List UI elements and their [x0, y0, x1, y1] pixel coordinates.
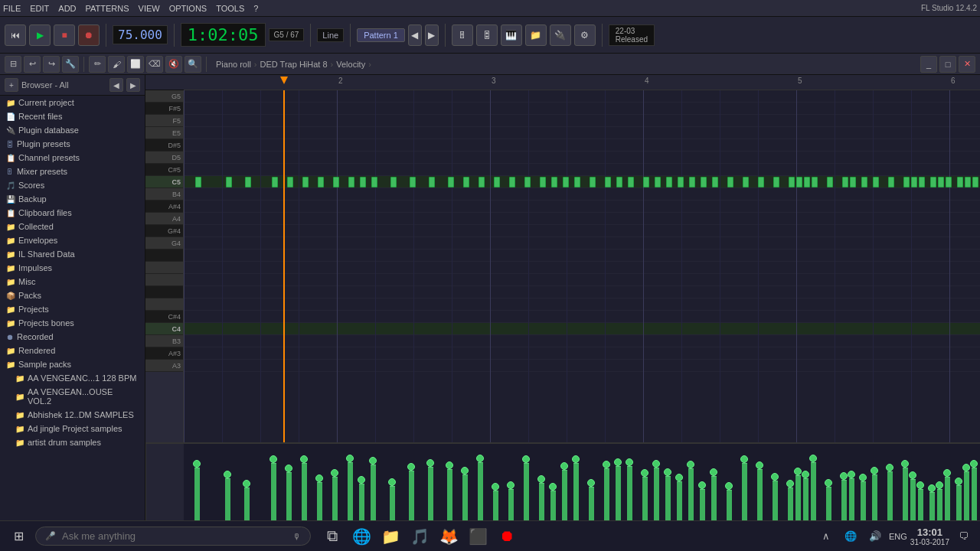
note-26[interactable]	[616, 177, 622, 187]
plugin-picker-icon[interactable]: 🔌	[550, 24, 571, 46]
note-9[interactable]	[360, 177, 366, 187]
explorer-icon[interactable]: 📁	[377, 523, 404, 550]
note-47[interactable]	[873, 177, 879, 187]
piano-key-Gs4[interactable]: G#4	[145, 225, 183, 237]
note-16[interactable]	[479, 177, 485, 187]
sidebar-item-backup[interactable]: 💾Backup	[0, 192, 145, 206]
note-34[interactable]	[712, 177, 718, 187]
chrome-icon[interactable]: 🌐	[348, 523, 375, 550]
piano-key-F4[interactable]	[145, 262, 183, 274]
sidebar-item-recent-files[interactable]: 📄Recent files	[0, 109, 145, 123]
settings-icon[interactable]: ⚙	[574, 24, 596, 46]
note-20[interactable]	[540, 177, 546, 187]
note-29[interactable]	[655, 177, 661, 187]
note-8[interactable]	[348, 177, 354, 187]
channel-rack-icon[interactable]: 🎛	[476, 24, 498, 46]
sidebar-item-packs[interactable]: 📦Packs	[0, 289, 145, 302]
browser-icon[interactable]: 📁	[525, 24, 547, 46]
note-13[interactable]	[429, 177, 435, 187]
note-3[interactable]	[272, 177, 278, 187]
erase-btn[interactable]: ⌫	[146, 56, 163, 73]
note-28[interactable]	[643, 177, 649, 187]
sidebar-item-mixer-presets[interactable]: 🎚Mixer presets	[0, 165, 145, 178]
pattern-next[interactable]: ▶	[425, 24, 439, 46]
note-54[interactable]	[946, 177, 952, 187]
piano-key-G4[interactable]: G4	[145, 237, 183, 249]
piano-key-Ds5[interactable]: D#5	[145, 139, 183, 152]
redo-btn[interactable]: ↪	[43, 56, 60, 73]
note-43[interactable]	[827, 177, 833, 187]
menu-file[interactable]: FILE	[3, 4, 21, 13]
piano-key-As3[interactable]: A#3	[145, 347, 183, 360]
note-19[interactable]	[524, 177, 531, 187]
prev-btn[interactable]: ⏮	[5, 24, 26, 46]
sidebar-item-clipboard-files[interactable]: 📋Clipboard files	[0, 206, 145, 220]
breadcrumb-part3[interactable]: Velocity	[336, 60, 365, 69]
note-57[interactable]	[972, 177, 978, 187]
note-4[interactable]	[287, 177, 293, 187]
note-50[interactable]	[911, 177, 917, 187]
note-18[interactable]	[509, 177, 515, 187]
note-40[interactable]	[796, 177, 802, 187]
note-48[interactable]	[888, 177, 894, 187]
sidebar-item-scores[interactable]: 🎵Scores	[0, 178, 145, 192]
sidebar-item-envelopes[interactable]: 📁Envelopes	[0, 233, 145, 247]
piano-key-E4[interactable]	[145, 274, 183, 286]
maximize-btn[interactable]: □	[939, 56, 956, 73]
sidebar-item-plugin-database[interactable]: 🔌Plugin database	[0, 123, 145, 137]
network-icon[interactable]: 🌐	[840, 526, 861, 547]
piano-key-D5[interactable]: D5	[145, 152, 183, 164]
note-6[interactable]	[318, 177, 324, 187]
stop-btn[interactable]: ■	[54, 24, 75, 46]
note-41[interactable]	[804, 177, 810, 187]
note-7[interactable]	[333, 177, 339, 187]
piano-key-Fs4[interactable]	[145, 249, 183, 262]
sidebar-item-projects-bones[interactable]: 📁Projects bones	[0, 316, 145, 330]
note-30[interactable]	[666, 177, 672, 187]
snap-btn[interactable]: 🔧	[62, 56, 79, 73]
sidebar-item-plugin-presets[interactable]: 🎛Plugin presets	[0, 137, 145, 151]
clock[interactable]: 13:01 31-03-2017	[910, 527, 949, 546]
menu-patterns[interactable]: PATTERNS	[86, 4, 129, 13]
sidebar-item-misc[interactable]: 📁Misc	[0, 275, 145, 289]
piano-roll-icon[interactable]: 🎹	[501, 24, 522, 46]
piano-key-Cs5[interactable]: C#5	[145, 164, 183, 176]
mixer-icon[interactable]: 🎚	[452, 24, 473, 46]
note-32[interactable]	[689, 177, 695, 187]
menu-tools[interactable]: TOOLS	[216, 4, 244, 13]
menu-view[interactable]: VIEW	[139, 4, 160, 13]
sidebar-item-il-shared-data[interactable]: 📁IL Shared Data	[0, 247, 145, 261]
sidebar-item-recorded[interactable]: ⏺Recorded	[0, 330, 145, 344]
sidebar-item-rendered[interactable]: 📁Rendered	[0, 344, 145, 357]
search-input[interactable]	[62, 530, 286, 542]
piano-key-B4[interactable]: B4	[145, 188, 183, 201]
note-37[interactable]	[758, 177, 764, 187]
detach-btn[interactable]: ⊟	[5, 56, 21, 73]
menu-edit[interactable]: EDIT	[30, 4, 49, 13]
draw-btn[interactable]: ✏	[89, 56, 106, 73]
start-button[interactable]: ⊞	[6, 524, 31, 549]
sidebar-item-artist-drum[interactable]: 📁artist drum samples	[0, 435, 145, 449]
piano-key-B3[interactable]: B3	[145, 335, 183, 347]
note-14[interactable]	[448, 177, 454, 187]
sidebar-item-aa-vengeance1[interactable]: 📁AA VENGEANC...1 128 BPM	[0, 371, 145, 385]
sidebar-item-ad-jingle[interactable]: 📁Ad jingle Project samples	[0, 422, 145, 435]
piano-key-E5[interactable]: E5	[145, 127, 183, 139]
note-grid[interactable]	[184, 90, 980, 442]
play-btn[interactable]: ▶	[29, 24, 51, 46]
note-51[interactable]	[919, 177, 925, 187]
extra-app1[interactable]: ⬛	[464, 523, 492, 550]
firefox-icon[interactable]: 🦊	[435, 523, 462, 550]
note-33[interactable]	[701, 177, 707, 187]
note-5[interactable]	[302, 177, 309, 187]
note-2[interactable]	[245, 177, 251, 187]
note-38[interactable]	[773, 177, 779, 187]
search-bar[interactable]: 🎤 🎙	[35, 527, 311, 546]
sidebar-add-btn[interactable]: +	[5, 78, 18, 92]
piano-key-A4[interactable]: A4	[145, 213, 183, 225]
menu-add[interactable]: ADD	[58, 4, 76, 13]
piano-key-C5[interactable]: C5	[145, 176, 183, 188]
note-46[interactable]	[861, 177, 867, 187]
piano-key-D4[interactable]	[145, 298, 183, 311]
menu-help[interactable]: ?	[253, 4, 258, 13]
